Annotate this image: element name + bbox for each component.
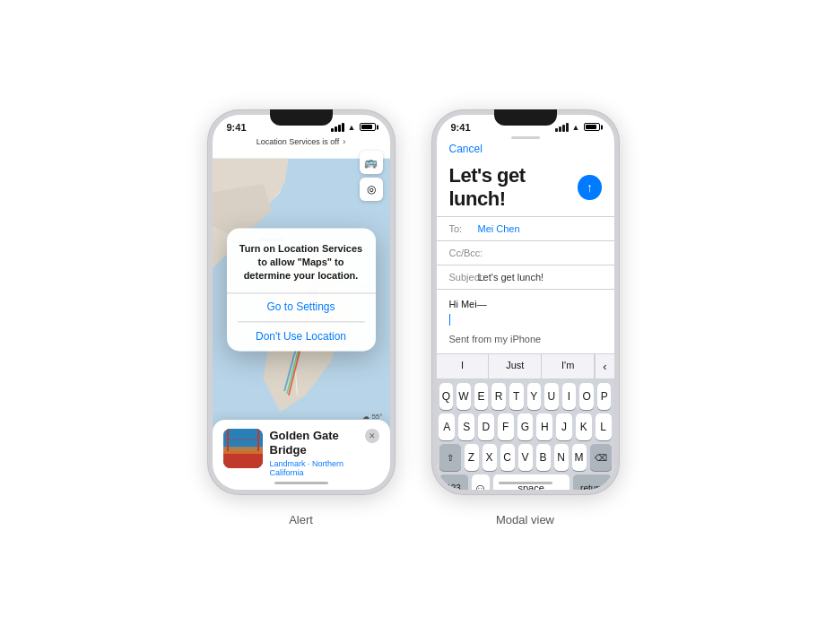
card-header: Golden Gate Bridge Landmark · Northern C… bbox=[223, 429, 379, 476]
place-card: Golden Gate Bridge Landmark · Northern C… bbox=[213, 420, 390, 489]
numbers-key[interactable]: 123 bbox=[439, 474, 468, 490]
to-field[interactable]: To: Mei Chen bbox=[437, 217, 614, 241]
keyboard: Q W E R T Y U I O P A bbox=[437, 379, 614, 490]
key-n[interactable]: N bbox=[554, 444, 569, 471]
keyboard-row-2: A S D F G H J K L bbox=[439, 413, 612, 440]
status-icons-1: ▲ bbox=[331, 123, 376, 132]
key-x[interactable]: X bbox=[483, 444, 497, 471]
signal-icon-2 bbox=[555, 123, 569, 132]
phone1-screen: 9:41 ▲ bbox=[213, 115, 390, 490]
phone2-shell: 9:41 ▲ bbox=[431, 109, 620, 495]
notch2 bbox=[494, 109, 557, 126]
wifi-icon-2: ▲ bbox=[572, 123, 580, 132]
to-label: To: bbox=[449, 223, 478, 234]
key-b[interactable]: B bbox=[536, 444, 551, 471]
compose-title: Let's get lunch! bbox=[449, 164, 578, 211]
suggestion-2[interactable]: Just bbox=[489, 354, 542, 379]
alert-dont-use-button[interactable]: Don't Use Location bbox=[238, 323, 365, 352]
battery-icon-1 bbox=[360, 123, 376, 131]
key-k[interactable]: K bbox=[576, 413, 592, 440]
mail-body[interactable]: Hi Mei— Sent from my iPhone bbox=[437, 290, 614, 354]
send-icon: ↑ bbox=[587, 180, 593, 195]
key-r[interactable]: R bbox=[491, 383, 506, 410]
keyboard-row-1: Q W E R T Y U I O P bbox=[439, 383, 612, 410]
home-indicator-1 bbox=[274, 482, 328, 484]
key-o[interactable]: O bbox=[579, 383, 594, 410]
cancel-button[interactable]: Cancel bbox=[449, 143, 483, 155]
suggestion-1[interactable]: I bbox=[437, 354, 490, 379]
suggestions-bar: I Just I'm ‹ bbox=[437, 353, 614, 379]
key-t[interactable]: T bbox=[509, 383, 524, 410]
time-1: 9:41 bbox=[227, 122, 247, 133]
phone2-label: Modal view bbox=[496, 513, 554, 527]
key-h[interactable]: H bbox=[536, 413, 552, 440]
time-2: 9:41 bbox=[451, 122, 471, 133]
svg-rect-15 bbox=[223, 447, 263, 454]
place-subtitle: Landmark · Northern California bbox=[270, 459, 358, 477]
card-close-button[interactable]: ✕ bbox=[365, 429, 379, 443]
key-d[interactable]: D bbox=[478, 413, 494, 440]
delete-suggestion-button[interactable]: ‹ bbox=[595, 354, 613, 379]
key-g[interactable]: G bbox=[517, 413, 534, 440]
return-key[interactable]: return bbox=[573, 474, 612, 490]
key-c[interactable]: C bbox=[500, 444, 515, 471]
cc-field[interactable]: Cc/Bcc: bbox=[437, 241, 614, 265]
alert-go-settings-button[interactable]: Go to Settings bbox=[238, 293, 365, 323]
subject-title-row: Let's get lunch! ↑ bbox=[437, 161, 614, 217]
status-icons-2: ▲ bbox=[555, 123, 600, 132]
battery-icon-2 bbox=[584, 123, 600, 131]
alert-title: Turn on Location Services to allow "Maps… bbox=[238, 242, 365, 283]
key-f[interactable]: F bbox=[498, 413, 514, 440]
location-services-bar: Location Services is off › bbox=[213, 135, 390, 149]
key-j[interactable]: J bbox=[556, 413, 572, 440]
keyboard-row-3: ⇧ Z X C V B N M ⌫ bbox=[439, 444, 612, 471]
home-indicator-2 bbox=[499, 482, 552, 484]
key-l[interactable]: L bbox=[596, 413, 612, 440]
subject-field[interactable]: Subject: Let's get lunch! bbox=[437, 265, 614, 290]
mail-compose-screen: Cancel Let's get lunch! ↑ To: Mei Chen bbox=[437, 115, 614, 490]
delete-key[interactable]: ⌫ bbox=[590, 444, 612, 471]
key-u[interactable]: U bbox=[544, 383, 559, 410]
map-buttons: 🚌 ◎ bbox=[360, 151, 383, 201]
key-s[interactable]: S bbox=[458, 413, 474, 440]
key-w[interactable]: W bbox=[456, 383, 471, 410]
key-q[interactable]: Q bbox=[439, 383, 454, 410]
location-banner: Location Services is off › bbox=[248, 135, 354, 149]
suggestion-3[interactable]: I'm bbox=[542, 354, 595, 379]
key-i[interactable]: I bbox=[562, 383, 577, 410]
transit-button[interactable]: 🚌 bbox=[360, 151, 383, 174]
send-button[interactable]: ↑ bbox=[578, 175, 601, 200]
body-line1: Hi Mei— bbox=[449, 297, 602, 312]
key-e[interactable]: E bbox=[474, 383, 489, 410]
key-y[interactable]: Y bbox=[527, 383, 542, 410]
key-a[interactable]: A bbox=[439, 413, 455, 440]
sent-from: Sent from my iPhone bbox=[449, 332, 602, 347]
shift-key[interactable]: ⇧ bbox=[439, 444, 461, 471]
key-z[interactable]: Z bbox=[465, 444, 479, 471]
card-title-area: Golden Gate Bridge Landmark · Northern C… bbox=[270, 429, 358, 476]
card-thumbnail bbox=[223, 429, 263, 468]
drag-pill bbox=[511, 136, 540, 139]
to-value[interactable]: Mei Chen bbox=[478, 223, 602, 234]
location-banner-text: Location Services is off bbox=[256, 137, 339, 146]
wifi-icon-1: ▲ bbox=[348, 123, 356, 132]
phone1-shell: 9:41 ▲ bbox=[207, 109, 396, 495]
phone1-label: Alert bbox=[289, 513, 313, 527]
subject-value[interactable]: Let's get lunch! bbox=[478, 272, 602, 283]
location-alert: Turn on Location Services to allow "Maps… bbox=[227, 228, 376, 352]
phone2-wrapper: 9:41 ▲ bbox=[431, 109, 620, 527]
signal-icon-1 bbox=[331, 123, 344, 132]
place-name: Golden Gate Bridge bbox=[270, 429, 358, 457]
location-button[interactable]: ◎ bbox=[360, 178, 383, 201]
key-m[interactable]: M bbox=[572, 444, 587, 471]
phone2-screen: 9:41 ▲ bbox=[437, 115, 614, 490]
key-v[interactable]: V bbox=[518, 444, 533, 471]
cc-label: Cc/Bcc: bbox=[449, 248, 478, 258]
emoji-key[interactable]: ☺ bbox=[472, 474, 490, 490]
temperature: ☁ 55° bbox=[356, 413, 382, 421]
location-banner-arrow: › bbox=[343, 137, 345, 146]
subject-label: Subject: bbox=[449, 272, 478, 283]
key-p[interactable]: P bbox=[597, 383, 612, 410]
mail-header: Cancel bbox=[437, 141, 614, 161]
text-cursor bbox=[449, 314, 451, 326]
